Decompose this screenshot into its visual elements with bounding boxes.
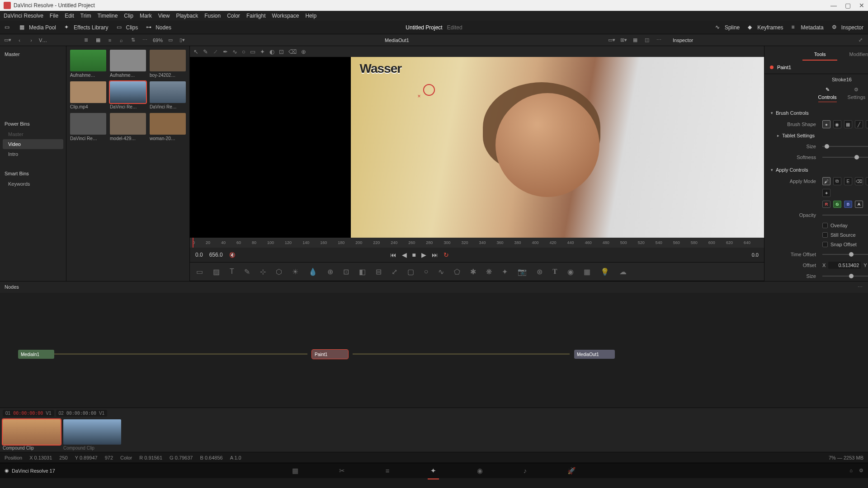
brush-tool-icon[interactable]: ✎ — [203, 48, 208, 55]
clip-thumbnail[interactable] — [3, 419, 61, 445]
circle-tool-icon[interactable]: ○ — [242, 48, 245, 55]
overlay-checkbox[interactable] — [822, 223, 828, 228]
3d-camera-icon[interactable]: 📷 — [518, 267, 527, 276]
maximize-button[interactable]: ▢ — [845, 2, 851, 9]
tab-modifiers[interactable]: Modifiers — [837, 49, 868, 61]
menu-item[interactable]: DaVinci Resolve — [4, 13, 43, 19]
size2-slider[interactable] — [822, 276, 868, 277]
apply-mode-erase[interactable]: ⌫ — [855, 177, 863, 185]
bin-item[interactable]: Master — [3, 129, 63, 139]
channel-tool-icon[interactable]: ⊟ — [376, 267, 382, 276]
bin-item[interactable]: Video — [3, 139, 63, 149]
media-clip[interactable]: boy-24202… — [150, 50, 186, 78]
subtab-settings[interactable]: ⚙Settings — [848, 87, 866, 102]
bin-item[interactable]: Intro — [3, 149, 63, 159]
first-frame-icon[interactable]: ⏮ — [390, 251, 396, 258]
view-metadata-icon[interactable]: ≣ — [82, 36, 90, 44]
nav-fwd-icon[interactable]: › — [27, 36, 35, 44]
channel-g[interactable]: G — [833, 201, 841, 208]
opacity-slider[interactable] — [822, 215, 868, 216]
sort-icon[interactable]: ⇅ — [129, 36, 137, 44]
inspector-toggle[interactable]: ⚙Inspector — [832, 24, 863, 31]
last-frame-icon[interactable]: ⏭ — [432, 251, 438, 258]
viewer-canvas[interactable]: Wasser — [190, 57, 764, 238]
spline-toggle[interactable]: ∿Spline — [715, 24, 740, 31]
section-tablet-settings[interactable]: Tablet Settings — [769, 130, 868, 141]
menu-item[interactable]: Help — [305, 13, 316, 19]
polygon-mask-icon[interactable]: ⬠ — [454, 267, 460, 276]
channel-r[interactable]: R — [822, 201, 830, 208]
section-apply-controls[interactable]: Apply Controls — [769, 164, 868, 175]
eraser-tool-icon[interactable]: ⌫ — [288, 48, 297, 55]
clip-tab[interactable]: 0200:00:00:00V1 — [56, 410, 108, 417]
nodes-toggle[interactable]: ⊶Nodes — [146, 24, 171, 31]
crop-tool-icon[interactable]: ⊡ — [279, 48, 284, 55]
media-clip[interactable]: woman-20… — [150, 113, 186, 141]
page-color-icon[interactable]: ◉ — [477, 467, 483, 475]
step-back-icon[interactable]: ◀ — [402, 251, 407, 258]
wand-tool-icon[interactable]: ✦ — [260, 48, 265, 55]
rectangle-mask-icon[interactable]: ▢ — [407, 267, 414, 276]
paint-tool-icon[interactable]: ✎ — [244, 267, 250, 276]
time-offset-slider[interactable] — [822, 254, 868, 255]
aspect-icon[interactable]: ▯▾ — [178, 36, 186, 44]
blur-tool-icon[interactable]: 💧 — [308, 267, 317, 276]
stamp-tool-icon[interactable]: ⊕ — [301, 48, 306, 55]
viewer-single-icon[interactable]: ▭▾ — [608, 36, 616, 44]
menu-item[interactable]: Playback — [176, 13, 198, 19]
nodes-options-icon[interactable]: ⋯ — [858, 284, 863, 290]
menu-item[interactable]: Workspace — [272, 13, 299, 19]
menu-item[interactable]: Fairlight — [246, 13, 266, 19]
brightness-tool-icon[interactable]: ☀ — [292, 267, 298, 276]
pointer-tool-icon[interactable]: ↖ — [193, 48, 198, 55]
search-icon[interactable]: ⌕ — [118, 36, 126, 44]
imageplane-tool-icon[interactable]: ▦ — [584, 267, 590, 276]
channel-a[interactable]: A — [855, 201, 863, 208]
menu-item[interactable]: View — [158, 13, 170, 19]
close-button[interactable]: ✕ — [859, 2, 864, 9]
prender-tool-icon[interactable]: ❋ — [486, 267, 492, 276]
inspector-expand-icon[interactable]: ⤢ — [856, 36, 864, 44]
matte-tool-icon[interactable]: ◧ — [359, 267, 366, 276]
menu-item[interactable]: Edit — [65, 13, 74, 19]
apply-mode-color[interactable]: 🖌 — [822, 177, 830, 185]
clips-toggle[interactable]: ▭Clips — [117, 24, 138, 31]
page-fairlight-icon[interactable]: ♪ — [524, 467, 527, 474]
menu-item[interactable]: File — [50, 13, 58, 19]
brush-shape-line[interactable]: ╱ — [855, 120, 863, 128]
menu-item[interactable]: Mark — [140, 13, 152, 19]
fit-icon[interactable]: ▭ — [166, 36, 175, 44]
media-clip[interactable]: DaVinci Re… — [70, 113, 106, 141]
view-list-icon[interactable]: ≡ — [106, 36, 114, 44]
particles-tool-icon[interactable]: ✱ — [470, 267, 476, 276]
merge-tool-icon[interactable]: ⊕ — [327, 267, 333, 276]
offset-x-value[interactable]: 0.513402 — [828, 262, 861, 269]
apply-mode-extra[interactable]: ✦ — [822, 189, 830, 197]
node-name[interactable]: Paint1 — [777, 65, 791, 70]
effects-library-toggle[interactable]: ✦Effects Library — [64, 24, 108, 31]
smart-bins-header[interactable]: Smart Bins — [3, 168, 63, 179]
resize-tool-icon[interactable]: ⤢ — [392, 267, 397, 276]
time-ruler[interactable]: 0204060801001201401601802002202402602803… — [190, 238, 764, 248]
stop-icon[interactable]: ■ — [412, 251, 416, 258]
nav-back-icon[interactable]: ‹ — [15, 36, 24, 44]
node-mediain[interactable]: MediaIn1 — [18, 350, 54, 359]
snap-offset-checkbox[interactable] — [822, 242, 828, 247]
media-pool-toggle[interactable]: ▦Media Pool — [19, 24, 56, 31]
light-tool-icon[interactable]: 💡 — [600, 267, 609, 276]
viewer-options-icon[interactable]: ⋯ — [655, 36, 663, 44]
shape3d-tool-icon[interactable]: ◉ — [567, 267, 574, 276]
render3d-tool-icon[interactable]: ☁ — [619, 267, 627, 276]
apply-mode-clone[interactable]: ⧉ — [833, 177, 841, 185]
clip-thumbnail[interactable] — [63, 419, 121, 445]
power-bins-header[interactable]: Power Bins — [3, 118, 63, 129]
bspline-mask-icon[interactable]: ∿ — [438, 267, 444, 276]
view-thumb-icon[interactable]: ▦ — [94, 36, 102, 44]
text3d-tool-icon[interactable]: 𝐓 — [552, 267, 557, 276]
page-edit-icon[interactable]: ≡ — [386, 467, 390, 474]
text-tool-icon[interactable]: T — [230, 267, 234, 276]
menu-item[interactable]: Fusion — [204, 13, 221, 19]
loop-icon[interactable]: ↻ — [443, 251, 449, 258]
minimize-button[interactable]: — — [830, 2, 837, 9]
menu-item[interactable]: Trim — [80, 13, 91, 19]
